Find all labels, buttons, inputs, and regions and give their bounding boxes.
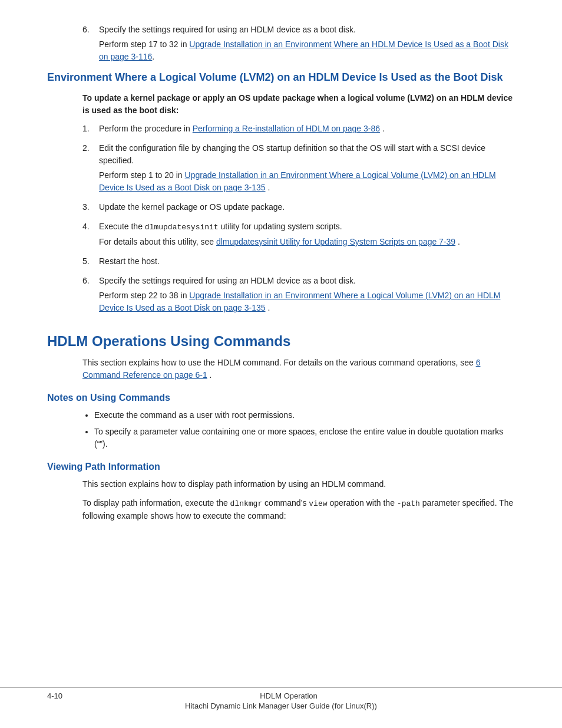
- top-step-section: 6. Specify the settings required for usi…: [82, 24, 515, 65]
- section4-body2-before: To display path information, execute the: [82, 498, 230, 508]
- step-1: 1. Perform the procedure in Performing a…: [82, 123, 515, 137]
- step-1-content: Perform the procedure in Performing a Re…: [99, 123, 515, 137]
- step-1-num: 1.: [82, 123, 99, 137]
- step-6: 6. Specify the settings required for usi…: [82, 275, 515, 317]
- step-4-link[interactable]: dlmupdatesysinit Utility for Updating Sy…: [216, 237, 455, 246]
- step-3-text: Update the kernel package or OS update p…: [99, 201, 515, 213]
- step-4-content: Execute the dlmupdatesysinit utility for…: [99, 220, 515, 251]
- step-4-text-before: Execute the: [99, 222, 145, 231]
- section4-body2-mid2: operation with the: [328, 498, 397, 508]
- step-1-link[interactable]: Performing a Re-installation of HDLM on …: [193, 124, 380, 133]
- page-footer: 4-10 HDLM Operation Hitachi Dynamic Link…: [0, 687, 562, 710]
- top-step-content: Specify the settings required for using …: [99, 24, 515, 65]
- section4-heading: Viewing Path Information: [47, 462, 515, 472]
- step-1-text: Perform the procedure in: [99, 124, 193, 133]
- step-2-perform: Perform step 1 to 20 in: [99, 170, 185, 180]
- footer-page-num: 4-10: [47, 691, 62, 700]
- step-5: 5. Restart the host.: [82, 255, 515, 270]
- step-4-num: 4.: [82, 220, 99, 251]
- section1-steps: 1. Perform the procedure in Performing a…: [82, 123, 515, 317]
- top-step-perform-text: Perform step 17 to 32 in: [99, 39, 189, 49]
- page-content: 6. Specify the settings required for usi…: [0, 0, 562, 576]
- step-4-code: dlmupdatesysinit: [145, 223, 219, 232]
- section1-bold-instruction: To update a kernel package or apply an O…: [82, 92, 515, 117]
- step-5-text: Restart the host.: [99, 255, 515, 268]
- footer-center: HDLM Operation: [260, 691, 318, 700]
- section3-heading: Notes on Using Commands: [47, 393, 515, 403]
- step-3-content: Update the kernel package or OS update p…: [99, 201, 515, 216]
- top-step-num: 6.: [82, 24, 99, 65]
- step-2: 2. Edit the configuration file by changi…: [82, 142, 515, 196]
- step-2-text: Edit the configuration file by changing …: [99, 142, 515, 167]
- section3-bullets: Execute the command as a user with root …: [94, 409, 515, 451]
- step-3-num: 3.: [82, 201, 99, 216]
- step-4-perform: For details about this utility, see: [99, 237, 216, 246]
- step-6-content: Specify the settings required for using …: [99, 275, 515, 317]
- section2-body: This section explains how to use the HDL…: [82, 357, 515, 382]
- step-5-content: Restart the host.: [99, 255, 515, 270]
- step-6-text: Specify the settings required for using …: [99, 275, 515, 287]
- section4-code2: view: [309, 499, 327, 508]
- top-step-perform: Perform step 17 to 32 in Upgrade Install…: [99, 38, 515, 63]
- step-6-num: 6.: [82, 275, 99, 317]
- footer-top: 4-10 HDLM Operation: [0, 691, 562, 700]
- step-4: 4. Execute the dlmupdatesysinit utility …: [82, 220, 515, 251]
- step-3: 3. Update the kernel package or OS updat…: [82, 201, 515, 216]
- section4-body2: To display path information, execute the…: [82, 497, 515, 523]
- step-5-num: 5.: [82, 255, 99, 270]
- bullet-2: To specify a parameter value containing …: [94, 426, 515, 451]
- top-step-text: Specify the settings required for using …: [99, 24, 515, 36]
- step-2-content: Edit the configuration file by changing …: [99, 142, 515, 196]
- section2-body-text: This section explains how to use the HDL…: [82, 358, 476, 367]
- section4-code3: -path: [397, 499, 420, 508]
- section4-code1: dlnkmgr: [230, 499, 263, 508]
- bullet-1: Execute the command as a user with root …: [94, 409, 515, 422]
- footer-bottom: Hitachi Dynamic Link Manager User Guide …: [0, 701, 562, 710]
- section1-heading: Environment Where a Logical Volume (LVM2…: [47, 70, 515, 85]
- section4-body1: This section explains how to display pat…: [82, 478, 515, 491]
- step-4-text-after: utility for updating system scripts.: [219, 222, 342, 231]
- top-step-item: 6. Specify the settings required for usi…: [82, 24, 515, 65]
- section2-heading: HDLM Operations Using Commands: [47, 333, 515, 350]
- section4-body2-mid1: command’s: [262, 498, 309, 508]
- step-6-perform: Perform step 22 to 38 in: [99, 291, 189, 300]
- step-2-num: 2.: [82, 142, 99, 196]
